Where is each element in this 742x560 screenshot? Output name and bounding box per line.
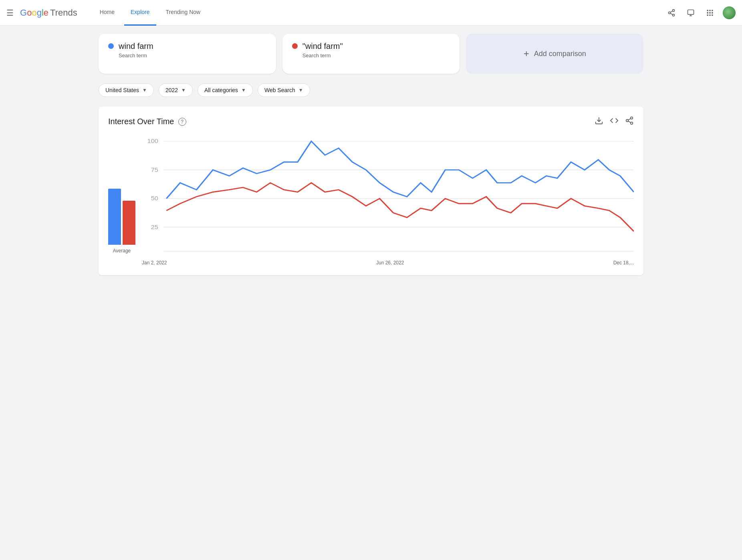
svg-text:50: 50	[151, 195, 158, 201]
svg-text:100: 100	[147, 138, 158, 144]
download-button[interactable]	[595, 116, 603, 127]
search-cards-container: wind farm Search term "wind farm" Search…	[99, 34, 643, 74]
embed-button[interactable]	[610, 116, 619, 127]
term1-label: wind farm	[119, 42, 153, 51]
chart-section: Interest Over Time ?	[99, 107, 643, 275]
svg-rect-16	[712, 14, 713, 16]
svg-rect-13	[712, 12, 713, 13]
year-label: 2022	[165, 87, 178, 93]
feedback-icon[interactable]	[684, 6, 697, 19]
x-label-3: Dec 18,...	[613, 260, 634, 266]
svg-point-18	[631, 117, 633, 119]
google-wordmark: Google	[20, 8, 48, 18]
svg-rect-15	[709, 14, 710, 16]
chart-title-area: Interest Over Time ?	[108, 117, 186, 126]
main-nav: Home Explore Trending Now	[93, 0, 665, 26]
term1-indicator	[108, 43, 114, 49]
line-chart-svg: 100 75 50 25	[142, 137, 634, 257]
svg-line-4	[670, 11, 673, 12]
add-comparison-label: Add comparison	[534, 50, 586, 58]
add-comparison-button[interactable]: + Add comparison	[466, 34, 643, 74]
average-label: Average	[113, 248, 131, 254]
location-filter[interactable]: United States ▼	[99, 83, 154, 97]
search-type-filter[interactable]: Web Search ▼	[258, 83, 310, 97]
svg-line-22	[628, 119, 631, 120]
chart-actions	[595, 116, 634, 127]
year-dropdown-arrow: ▼	[181, 87, 186, 93]
red-avg-bar	[123, 201, 135, 245]
svg-rect-9	[709, 10, 710, 11]
year-filter[interactable]: 2022 ▼	[159, 83, 193, 97]
trends-wordmark: Trends	[50, 8, 77, 18]
header-actions	[665, 6, 736, 19]
x-labels: Jan 2, 2022 Jun 26, 2022 Dec 18,...	[142, 258, 634, 266]
help-icon[interactable]: ?	[178, 118, 186, 126]
logo: Google Trends	[20, 8, 77, 18]
svg-line-3	[670, 13, 673, 14]
term2-text-area: "wind farm" Search term	[302, 42, 343, 58]
svg-rect-14	[707, 14, 708, 16]
nav-explore[interactable]: Explore	[124, 0, 156, 26]
svg-text:25: 25	[151, 224, 158, 230]
category-dropdown-arrow: ▼	[241, 87, 246, 93]
search-type-dropdown-arrow: ▼	[298, 87, 303, 93]
chart-header: Interest Over Time ?	[108, 116, 634, 127]
red-line	[166, 183, 634, 231]
svg-rect-5	[688, 10, 694, 14]
plus-icon: +	[524, 48, 529, 59]
svg-rect-11	[707, 12, 708, 13]
term2-label: "wind farm"	[302, 42, 343, 51]
svg-point-0	[673, 9, 675, 11]
svg-line-21	[628, 121, 631, 123]
x-label-2: Jun 26, 2022	[376, 260, 404, 266]
average-bars: Average	[108, 173, 135, 266]
x-label-1: Jan 2, 2022	[142, 260, 167, 266]
svg-point-20	[631, 122, 633, 125]
svg-rect-10	[712, 10, 713, 11]
share-chart-button[interactable]	[625, 116, 634, 127]
svg-rect-8	[707, 10, 708, 11]
location-label: United States	[105, 87, 139, 93]
svg-point-2	[673, 14, 675, 16]
header: ☰ Google Trends Home Explore Trending No…	[0, 0, 742, 26]
location-dropdown-arrow: ▼	[142, 87, 147, 93]
bars-row	[108, 173, 135, 245]
search-type-label: Web Search	[264, 87, 295, 93]
menu-icon[interactable]: ☰	[6, 8, 14, 18]
chart-container: Average 100 75 50 25	[108, 137, 634, 266]
term1-type: Search term	[119, 52, 153, 58]
nav-home[interactable]: Home	[93, 0, 121, 26]
search-term-1[interactable]: wind farm Search term	[99, 34, 276, 74]
blue-avg-bar	[108, 189, 121, 245]
svg-rect-12	[709, 12, 710, 13]
user-avatar[interactable]	[723, 6, 736, 19]
category-label: All categories	[204, 87, 238, 93]
apps-icon[interactable]	[704, 6, 716, 19]
filter-bar: United States ▼ 2022 ▼ All categories ▼ …	[99, 83, 643, 97]
svg-point-1	[669, 12, 671, 14]
search-term-2[interactable]: "wind farm" Search term	[282, 34, 460, 74]
term2-type: Search term	[302, 52, 343, 58]
svg-text:75: 75	[151, 167, 158, 173]
share-icon[interactable]	[665, 6, 678, 19]
line-chart-area: 100 75 50 25 Jan 2, 2022 Jun 26, 2022 De…	[142, 137, 634, 266]
chart-title: Interest Over Time	[108, 117, 174, 126]
svg-point-19	[626, 119, 629, 122]
main-content: wind farm Search term "wind farm" Search…	[91, 26, 651, 283]
term1-text-area: wind farm Search term	[119, 42, 153, 58]
nav-trending-now[interactable]: Trending Now	[159, 0, 207, 26]
term2-indicator	[292, 43, 298, 49]
category-filter[interactable]: All categories ▼	[198, 83, 253, 97]
